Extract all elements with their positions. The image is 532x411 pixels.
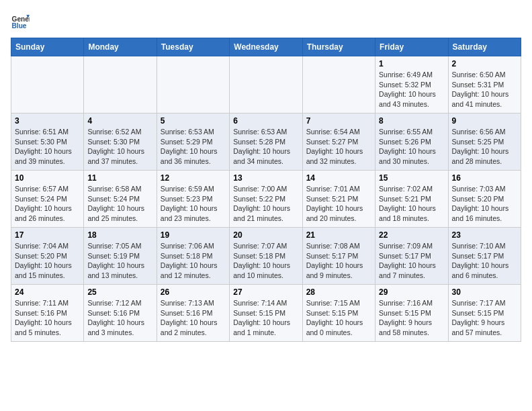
calendar-cell: 19Sunrise: 7:06 AM Sunset: 5:18 PM Dayli…	[157, 228, 229, 285]
day-info: Sunrise: 7:00 AM Sunset: 5:22 PM Dayligh…	[233, 184, 298, 224]
calendar-cell: 17Sunrise: 7:04 AM Sunset: 5:20 PM Dayli…	[11, 228, 84, 285]
day-info: Sunrise: 7:06 AM Sunset: 5:18 PM Dayligh…	[161, 241, 226, 281]
calendar-cell	[157, 56, 229, 113]
day-number: 6	[233, 116, 298, 126]
calendar-cell: 11Sunrise: 6:58 AM Sunset: 5:24 PM Dayli…	[84, 171, 157, 228]
calendar-cell: 1Sunrise: 6:49 AM Sunset: 5:32 PM Daylig…	[375, 56, 448, 113]
day-number: 7	[306, 116, 371, 126]
weekday-header-friday: Friday	[375, 38, 448, 56]
day-info: Sunrise: 7:05 AM Sunset: 5:19 PM Dayligh…	[87, 241, 152, 281]
day-info: Sunrise: 7:02 AM Sunset: 5:21 PM Dayligh…	[379, 184, 444, 224]
calendar-cell: 28Sunrise: 7:15 AM Sunset: 5:15 PM Dayli…	[302, 285, 375, 342]
calendar-cell: 29Sunrise: 7:16 AM Sunset: 5:15 PM Dayli…	[375, 285, 448, 342]
day-number: 3	[15, 116, 80, 126]
day-number: 8	[379, 116, 444, 126]
day-info: Sunrise: 6:59 AM Sunset: 5:23 PM Dayligh…	[161, 184, 226, 224]
calendar-cell: 13Sunrise: 7:00 AM Sunset: 5:22 PM Dayli…	[230, 171, 302, 228]
day-info: Sunrise: 7:12 AM Sunset: 5:16 PM Dayligh…	[87, 298, 152, 338]
calendar-cell: 5Sunrise: 6:53 AM Sunset: 5:29 PM Daylig…	[157, 113, 229, 171]
day-info: Sunrise: 6:55 AM Sunset: 5:26 PM Dayligh…	[379, 127, 444, 167]
calendar-cell: 26Sunrise: 7:13 AM Sunset: 5:16 PM Dayli…	[157, 285, 229, 342]
calendar-cell: 22Sunrise: 7:09 AM Sunset: 5:17 PM Dayli…	[375, 228, 448, 285]
day-number: 29	[379, 287, 444, 297]
calendar-cell: 15Sunrise: 7:02 AM Sunset: 5:21 PM Dayli…	[375, 171, 448, 228]
day-number: 25	[87, 287, 152, 297]
day-number: 4	[87, 116, 152, 126]
day-number: 17	[15, 230, 80, 240]
calendar-cell	[302, 56, 375, 113]
day-number: 28	[306, 287, 371, 297]
calendar-cell: 27Sunrise: 7:14 AM Sunset: 5:15 PM Dayli…	[230, 285, 302, 342]
day-info: Sunrise: 7:09 AM Sunset: 5:17 PM Dayligh…	[379, 241, 444, 281]
day-info: Sunrise: 6:51 AM Sunset: 5:30 PM Dayligh…	[15, 127, 80, 167]
calendar-cell: 9Sunrise: 6:56 AM Sunset: 5:25 PM Daylig…	[448, 113, 521, 171]
calendar-cell: 12Sunrise: 6:59 AM Sunset: 5:23 PM Dayli…	[157, 171, 229, 228]
day-number: 23	[452, 230, 517, 240]
day-number: 1	[379, 59, 444, 68]
day-info: Sunrise: 7:04 AM Sunset: 5:20 PM Dayligh…	[15, 241, 80, 281]
calendar-cell	[230, 56, 302, 113]
day-number: 18	[87, 230, 152, 240]
day-number: 30	[452, 287, 517, 297]
calendar-cell: 14Sunrise: 7:01 AM Sunset: 5:21 PM Dayli…	[302, 171, 375, 228]
calendar-cell: 20Sunrise: 7:07 AM Sunset: 5:18 PM Dayli…	[230, 228, 302, 285]
calendar-cell: 25Sunrise: 7:12 AM Sunset: 5:16 PM Dayli…	[84, 285, 157, 342]
calendar-cell: 21Sunrise: 7:08 AM Sunset: 5:17 PM Dayli…	[302, 228, 375, 285]
day-number: 21	[306, 230, 371, 240]
calendar-cell	[11, 56, 84, 113]
calendar-cell: 30Sunrise: 7:17 AM Sunset: 5:15 PM Dayli…	[448, 285, 521, 342]
day-info: Sunrise: 7:03 AM Sunset: 5:20 PM Dayligh…	[452, 184, 517, 224]
day-info: Sunrise: 6:57 AM Sunset: 5:24 PM Dayligh…	[15, 184, 80, 224]
day-info: Sunrise: 7:11 AM Sunset: 5:16 PM Dayligh…	[15, 298, 80, 338]
day-info: Sunrise: 7:07 AM Sunset: 5:18 PM Dayligh…	[233, 241, 298, 281]
calendar-cell	[84, 56, 157, 113]
day-number: 20	[233, 230, 298, 240]
calendar-cell: 16Sunrise: 7:03 AM Sunset: 5:20 PM Dayli…	[448, 171, 521, 228]
day-info: Sunrise: 6:58 AM Sunset: 5:24 PM Dayligh…	[87, 184, 152, 224]
calendar-cell: 7Sunrise: 6:54 AM Sunset: 5:27 PM Daylig…	[302, 113, 375, 171]
day-info: Sunrise: 7:13 AM Sunset: 5:16 PM Dayligh…	[161, 298, 226, 338]
calendar-cell: 18Sunrise: 7:05 AM Sunset: 5:19 PM Dayli…	[84, 228, 157, 285]
day-info: Sunrise: 7:01 AM Sunset: 5:21 PM Dayligh…	[306, 184, 371, 224]
day-info: Sunrise: 6:49 AM Sunset: 5:32 PM Dayligh…	[379, 70, 444, 109]
weekday-header-thursday: Thursday	[302, 38, 375, 56]
day-number: 14	[306, 173, 371, 183]
day-info: Sunrise: 7:10 AM Sunset: 5:17 PM Dayligh…	[452, 241, 517, 281]
day-number: 15	[379, 173, 444, 183]
svg-text:Blue: Blue	[12, 22, 27, 30]
day-number: 16	[452, 173, 517, 183]
day-number: 19	[161, 230, 226, 240]
day-info: Sunrise: 7:17 AM Sunset: 5:15 PM Dayligh…	[452, 298, 517, 338]
calendar-cell: 6Sunrise: 6:53 AM Sunset: 5:28 PM Daylig…	[230, 113, 302, 171]
day-info: Sunrise: 7:15 AM Sunset: 5:15 PM Dayligh…	[306, 298, 371, 338]
day-info: Sunrise: 7:16 AM Sunset: 5:15 PM Dayligh…	[379, 298, 444, 338]
day-info: Sunrise: 6:53 AM Sunset: 5:28 PM Dayligh…	[233, 127, 298, 167]
calendar-cell: 24Sunrise: 7:11 AM Sunset: 5:16 PM Dayli…	[11, 285, 84, 342]
day-info: Sunrise: 6:54 AM Sunset: 5:27 PM Dayligh…	[306, 127, 371, 167]
day-number: 27	[233, 287, 298, 297]
calendar-cell: 3Sunrise: 6:51 AM Sunset: 5:30 PM Daylig…	[11, 113, 84, 171]
weekday-header-monday: Monday	[84, 38, 157, 56]
logo: General Blue	[11, 11, 32, 30]
day-number: 2	[452, 59, 517, 68]
day-info: Sunrise: 6:50 AM Sunset: 5:31 PM Dayligh…	[452, 70, 517, 109]
calendar-cell: 2Sunrise: 6:50 AM Sunset: 5:31 PM Daylig…	[448, 56, 521, 113]
day-number: 26	[161, 287, 226, 297]
logo-icon: General Blue	[11, 11, 30, 30]
weekday-header-sunday: Sunday	[11, 38, 84, 56]
calendar-cell: 8Sunrise: 6:55 AM Sunset: 5:26 PM Daylig…	[375, 113, 448, 171]
calendar-table: SundayMondayTuesdayWednesdayThursdayFrid…	[11, 38, 521, 342]
day-number: 11	[87, 173, 152, 183]
calendar-cell: 4Sunrise: 6:52 AM Sunset: 5:30 PM Daylig…	[84, 113, 157, 171]
day-number: 5	[161, 116, 226, 126]
weekday-header-saturday: Saturday	[448, 38, 521, 56]
calendar-cell: 23Sunrise: 7:10 AM Sunset: 5:17 PM Dayli…	[448, 228, 521, 285]
day-info: Sunrise: 7:14 AM Sunset: 5:15 PM Dayligh…	[233, 298, 298, 338]
day-number: 13	[233, 173, 298, 183]
page-header: General Blue	[11, 11, 521, 30]
day-info: Sunrise: 6:56 AM Sunset: 5:25 PM Dayligh…	[452, 127, 517, 167]
day-number: 24	[15, 287, 80, 297]
day-number: 12	[161, 173, 226, 183]
day-info: Sunrise: 7:08 AM Sunset: 5:17 PM Dayligh…	[306, 241, 371, 281]
day-info: Sunrise: 6:53 AM Sunset: 5:29 PM Dayligh…	[161, 127, 226, 167]
